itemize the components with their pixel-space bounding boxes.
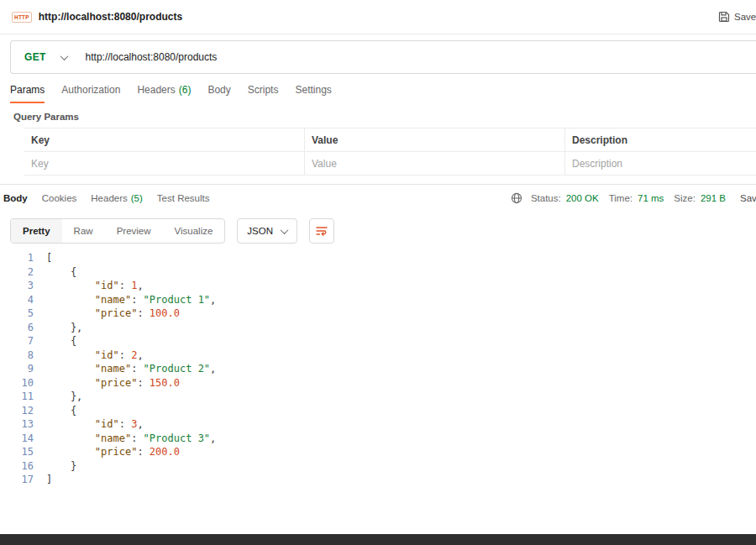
- time-value: 71 ms: [638, 193, 664, 203]
- tab-params[interactable]: Params: [10, 84, 45, 103]
- response-tab-cookies[interactable]: Cookies: [42, 193, 77, 203]
- column-header-description: Description: [564, 128, 756, 151]
- response-header: Body Cookies Headers (5) Test Results St…: [0, 185, 756, 212]
- code-line: 16 }: [0, 459, 756, 474]
- response-meta: Status: 200 OK Time: 71 ms Size: 291 B S…: [511, 192, 756, 204]
- line-number: 1: [0, 251, 34, 265]
- request-url-bar: GET: [10, 40, 756, 74]
- param-value-input[interactable]: [312, 158, 564, 170]
- column-header-value: Value: [304, 128, 564, 151]
- wrap-lines-icon: [315, 225, 328, 237]
- response-tab-body[interactable]: Body: [3, 193, 28, 203]
- view-tab-visualize[interactable]: Visualize: [163, 219, 225, 243]
- table-header-row: Key Value Description: [24, 128, 756, 152]
- tab-label: Settings: [295, 84, 331, 96]
- method-label: GET: [24, 51, 46, 63]
- tab-label: Authorization: [61, 84, 120, 96]
- top-tab-bar: HTTP http://localhost:8080/products Save: [0, 0, 756, 34]
- code-line: 12 {: [0, 404, 756, 418]
- status-value: 200 OK: [566, 193, 599, 203]
- code-line: 10 "price": 150.0: [0, 376, 756, 390]
- query-params-title: Query Params: [13, 112, 756, 122]
- param-description-input[interactable]: [572, 158, 756, 170]
- tab-scripts[interactable]: Scripts: [248, 84, 279, 103]
- code-line: 4 "name": "Product 1",: [0, 293, 756, 307]
- line-number: 17: [0, 473, 34, 487]
- save-icon: [718, 11, 730, 23]
- tab-label: Test Results: [157, 193, 210, 203]
- code-line: 15 "price": 200.0: [0, 445, 756, 459]
- size-value: 291 B: [701, 193, 726, 203]
- chevron-down-icon: [60, 52, 68, 60]
- http-protocol-icon: HTTP: [12, 12, 32, 23]
- format-select-value: JSON: [247, 226, 273, 236]
- code-line: 9 "name": "Product 2",: [0, 362, 756, 376]
- tab-label: Scripts: [248, 84, 279, 96]
- tab-body[interactable]: Body: [207, 84, 230, 103]
- network-globe-icon: [511, 192, 522, 204]
- tab-settings[interactable]: Settings: [295, 84, 331, 103]
- code-line: 1[: [0, 251, 756, 265]
- line-number: 3: [0, 279, 34, 293]
- save-response-button[interactable]: Save: [736, 193, 756, 204]
- response-tab-test-results[interactable]: Test Results: [157, 193, 210, 203]
- save-button-label: Save: [740, 193, 756, 203]
- tab-label: Cookies: [42, 193, 77, 203]
- param-key-input[interactable]: [31, 158, 304, 170]
- url-input[interactable]: [86, 51, 756, 63]
- code-line: 8 "id": 2,: [0, 348, 756, 363]
- response-tab-headers[interactable]: Headers (5): [91, 193, 143, 203]
- line-number: 4: [0, 293, 34, 307]
- line-number: 12: [0, 404, 34, 418]
- format-select[interactable]: JSON: [237, 218, 297, 244]
- line-number: 7: [0, 334, 34, 348]
- line-number: 11: [0, 390, 34, 404]
- column-header-key: Key: [24, 128, 304, 151]
- code-line: 14 "name": "Product 3",: [0, 432, 756, 446]
- tab-count: (5): [131, 193, 143, 203]
- code-line: 13 "id": 3,: [0, 417, 756, 432]
- code-line: 2 {: [0, 265, 756, 280]
- request-tabs: Params Authorization Headers (6) Body Sc…: [0, 74, 756, 103]
- tab-label: Body: [207, 84, 230, 96]
- tab-label: Headers: [137, 84, 175, 96]
- code-line: 7 {: [0, 334, 756, 348]
- view-tab-raw[interactable]: Raw: [62, 219, 105, 243]
- time-label: Time:: [609, 193, 633, 203]
- wrap-lines-button[interactable]: [309, 218, 334, 244]
- response-section: Body Cookies Headers (5) Test Results St…: [0, 184, 756, 487]
- chevron-down-icon: [281, 226, 289, 234]
- line-number: 15: [0, 445, 34, 459]
- view-mode-switcher: Pretty Raw Preview Visualize: [10, 218, 225, 244]
- method-select[interactable]: GET: [11, 51, 86, 63]
- line-number: 10: [0, 376, 34, 390]
- response-view-toolbar: Pretty Raw Preview Visualize JSON: [10, 218, 756, 244]
- save-request-button[interactable]: Save: [718, 11, 756, 23]
- code-line: 17]: [0, 473, 756, 487]
- tab-authorization[interactable]: Authorization: [61, 84, 120, 103]
- line-number: 6: [0, 321, 34, 335]
- tab-label: Params: [10, 84, 45, 96]
- status-bar: [0, 534, 756, 545]
- query-params-table: Key Value Description: [24, 128, 756, 176]
- tab-count: (6): [179, 84, 192, 96]
- view-tab-pretty[interactable]: Pretty: [11, 219, 62, 243]
- line-number: 8: [0, 348, 34, 363]
- response-tabs: Body Cookies Headers (5) Test Results: [3, 193, 209, 203]
- response-body-code: 1[2 {3 "id": 1,4 "name": "Product 1",5 "…: [0, 251, 756, 487]
- save-button-label: Save: [734, 12, 756, 22]
- tab-label: Body: [3, 193, 28, 203]
- request-tab-header[interactable]: HTTP http://localhost:8080/products: [12, 11, 182, 23]
- tab-headers[interactable]: Headers (6): [137, 84, 191, 103]
- code-line: 11 },: [0, 390, 756, 404]
- view-tab-preview[interactable]: Preview: [105, 219, 163, 243]
- line-number: 16: [0, 459, 34, 474]
- code-line: 6 },: [0, 321, 756, 335]
- line-number: 5: [0, 307, 34, 321]
- table-row: [24, 152, 756, 176]
- line-number: 9: [0, 362, 34, 376]
- line-number: 14: [0, 432, 34, 446]
- status-label: Status:: [531, 193, 561, 203]
- line-number: 2: [0, 265, 34, 280]
- code-line: 5 "price": 100.0: [0, 307, 756, 321]
